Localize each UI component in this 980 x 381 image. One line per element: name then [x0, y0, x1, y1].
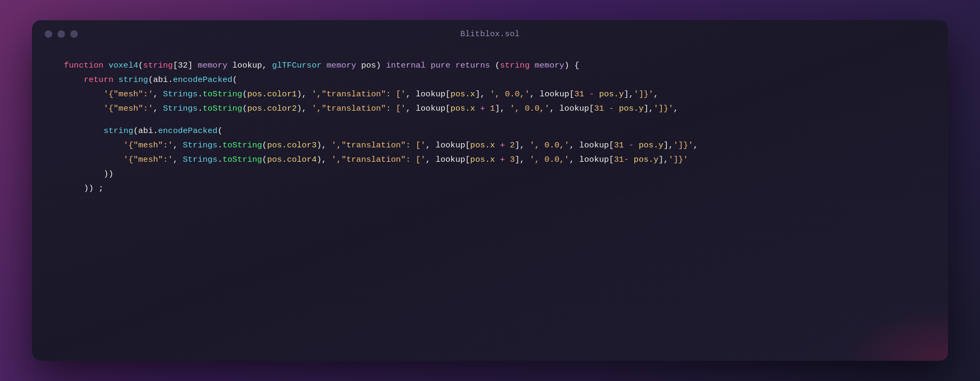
keyword-internal: internal pure returns [386, 59, 495, 73]
code-line-7: '{"mesh":', Strings.toString(pos.color4)… [64, 153, 916, 167]
code-line-5: string(abi.encodePacked( [64, 124, 916, 138]
code-line-2: return string(abi.encodePacked( [64, 73, 916, 87]
code-line-6: '{"mesh":', Strings.toString(pos.color3)… [64, 138, 916, 153]
code-line-8: )) [64, 167, 916, 181]
maximize-button[interactable] [70, 30, 78, 38]
traffic-lights [45, 30, 78, 38]
param-type-string: string [143, 59, 173, 73]
code-line-1: function voxel4(string[32] memory lookup… [64, 59, 916, 73]
code-window: Blitblox.sol function voxel4(string[32] … [32, 20, 948, 361]
code-line-4: '{"mesh":', Strings.toString(pos.color2)… [64, 102, 916, 116]
code-line-9: )) ; [64, 181, 916, 196]
keyword-function: function [64, 59, 109, 73]
code-line-3: '{"mesh":', Strings.toString(pos.color1)… [64, 87, 916, 102]
window-title: Blitblox.sol [460, 30, 520, 39]
titlebar: Blitblox.sol [32, 20, 948, 48]
code-area: function voxel4(string[32] memory lookup… [32, 48, 948, 361]
close-button[interactable] [45, 30, 52, 38]
minimize-button[interactable] [58, 30, 65, 38]
fn-name-voxel4: voxel4 [109, 59, 138, 73]
code-spacer [64, 117, 916, 124]
punct: ( [138, 59, 143, 73]
